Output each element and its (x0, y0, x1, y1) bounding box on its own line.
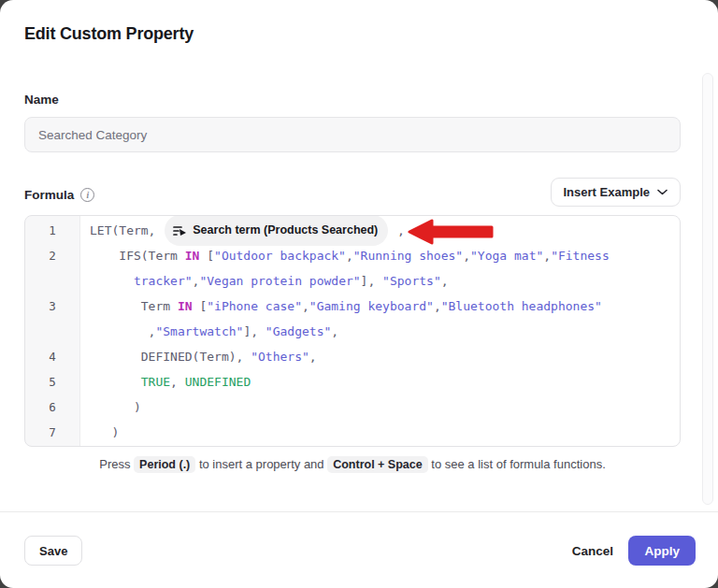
code-line: DEFINED(Term), "Others", (79, 344, 680, 369)
code-token (90, 369, 141, 394)
info-icon[interactable]: i (80, 188, 94, 202)
formula-hint: Press Period (.) to insert a property an… (24, 457, 681, 471)
code-token: "Fitness (551, 243, 610, 268)
code-token: , (390, 218, 405, 243)
code-token: , (90, 319, 155, 344)
formula-label-row: Formula i (24, 188, 94, 202)
line-number: 1 (25, 218, 79, 243)
code-token: , (331, 319, 338, 344)
line-number: 4 (25, 344, 79, 369)
code-token: "Gadgets" (266, 319, 331, 344)
line-number (25, 268, 79, 294)
hint-text: Press (99, 457, 134, 471)
control-space-shortcut-key: Control + Space (327, 456, 428, 473)
code-token: [ (199, 243, 214, 268)
name-label: Name (24, 93, 59, 107)
formula-label: Formula (24, 188, 74, 202)
line-number: 6 (25, 394, 79, 420)
insert-example-button[interactable]: Insert Example (551, 178, 682, 207)
chevron-down-icon (657, 189, 668, 195)
code-token: DEFINED(Term), (90, 344, 251, 369)
code-token: "iPhone case" (207, 294, 302, 319)
code-token: , (441, 268, 449, 294)
code-token: , (543, 243, 551, 268)
code-token: "Gaming keyboard" (309, 294, 434, 319)
code-token: "Vegan protein powder" (199, 268, 360, 294)
insert-example-label: Insert Example (564, 185, 651, 199)
code-token: LET(Term, (90, 218, 163, 243)
edit-custom-property-dialog: Edit Custom Property Name Formula i Inse… (0, 0, 718, 588)
name-input[interactable] (24, 117, 681, 152)
code-token: ) (90, 420, 119, 445)
property-token-icon (173, 225, 187, 237)
code-token: TRUE (141, 369, 170, 394)
property-pill-label: Search term (Products Searched) (193, 218, 378, 243)
line-number (25, 319, 79, 344)
code-line: IFS(Term IN ["Outdoor backpack","Running… (79, 243, 680, 268)
line-number: 5 (25, 369, 79, 394)
formula-editor[interactable]: 1LET(Term, Search term (Products Searche… (24, 215, 681, 447)
code-token: Term (90, 294, 178, 319)
footer-divider (0, 511, 718, 512)
code-token: IFS(Term (90, 243, 185, 268)
code-token: ) (90, 394, 141, 420)
code-token: ], (361, 268, 382, 294)
code-token: "Outdoor backpack" (214, 243, 346, 268)
code-token: "Smartwatch" (155, 319, 243, 344)
code-token: "Sports" (382, 268, 441, 294)
code-token: [ (193, 294, 208, 319)
vertical-scrollbar[interactable] (702, 73, 713, 505)
code-token: IN (178, 294, 193, 319)
code-token: IN (185, 243, 200, 268)
code-line: TRUE, UNDEFINED (79, 369, 680, 394)
code-line: LET(Term, Search term (Products Searched… (79, 218, 680, 243)
line-number: 7 (25, 420, 79, 445)
cancel-button[interactable]: Cancel (567, 536, 619, 566)
code-token (90, 268, 134, 294)
code-line: ,"Smartwatch"], "Gadgets", (79, 319, 680, 344)
line-number: 3 (25, 294, 79, 319)
hint-text: to see a list of formula functions. (428, 457, 606, 471)
property-pill[interactable]: Search term (Products Searched) (165, 215, 388, 246)
code-line: Term IN ["iPhone case","Gaming keyboard"… (79, 294, 680, 319)
code-line: tracker","Vegan protein powder"], "Sport… (79, 268, 680, 294)
hint-text: to insert a property and (195, 457, 327, 471)
code-token: tracker" (134, 268, 193, 294)
code-line: ) (79, 394, 680, 420)
dialog-title: Edit Custom Property (24, 24, 194, 44)
code-token: , (346, 243, 353, 268)
period-shortcut-key: Period (.) (134, 456, 195, 473)
code-token: , (170, 369, 185, 394)
code-line: ) (79, 420, 680, 445)
red-arrow-annotation (407, 218, 496, 248)
code-token: , (193, 268, 200, 294)
code-token: , (309, 344, 317, 369)
code-token: UNDEFINED (185, 369, 251, 394)
save-button[interactable]: Save (24, 536, 82, 566)
line-number: 2 (25, 243, 79, 268)
apply-button[interactable]: Apply (628, 536, 696, 566)
formula-code-lines: 1LET(Term, Search term (Products Searche… (25, 216, 680, 445)
code-token: , (302, 294, 309, 319)
code-token: "Bluetooth headphones" (441, 294, 602, 319)
code-token: ], (243, 319, 265, 344)
code-token: , (434, 294, 441, 319)
code-token: "Others" (251, 344, 309, 369)
